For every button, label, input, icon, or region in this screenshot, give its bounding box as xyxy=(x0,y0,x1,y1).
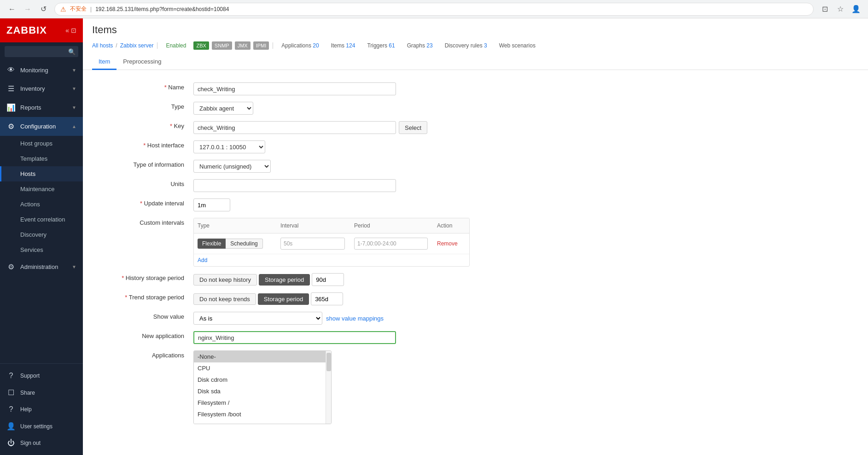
type-of-info-row: Type of information Numeric (unsigned) xyxy=(97,157,854,176)
reports-arrow-icon: ▼ xyxy=(72,105,76,110)
sidebar-item-reports[interactable]: 📊 Reports ▼ xyxy=(0,98,83,117)
zabbix-logo: ZABBIX xyxy=(6,24,47,36)
host-tab-applications[interactable]: Applications 20 xyxy=(277,41,323,51)
type-of-info-select[interactable]: Numeric (unsigned) xyxy=(193,160,271,173)
applications-scrollbar-thumb xyxy=(326,353,331,371)
key-label: Key xyxy=(170,122,184,129)
search-icon: 🔍 xyxy=(68,48,76,55)
expand-icon[interactable]: ⊡ xyxy=(71,27,76,34)
sidebar-item-discovery[interactable]: Discovery xyxy=(0,227,83,242)
sidebar-item-administration[interactable]: ⚙ Administration ▼ xyxy=(0,257,83,276)
sidebar-item-help[interactable]: ? Help xyxy=(0,401,83,418)
bookmark-icon[interactable]: ☆ xyxy=(834,3,847,16)
host-tab-web-scenarios[interactable]: Web scenarios xyxy=(495,41,540,51)
new-application-row: New application xyxy=(97,328,854,347)
url-text: 192.168.25.131/items.php?form=create&hos… xyxy=(95,6,229,12)
sidebar-item-monitoring-label: Monitoring xyxy=(20,67,48,74)
ci-period-input[interactable] xyxy=(354,238,428,250)
do-not-keep-history-button[interactable]: Do not keep history xyxy=(193,274,257,286)
add-link-row: Add xyxy=(194,254,469,266)
remove-link[interactable]: Remove xyxy=(437,240,458,247)
history-period-input[interactable] xyxy=(312,273,344,286)
forward-button[interactable]: → xyxy=(21,3,34,16)
sidebar-item-maintenance[interactable]: Maintenance xyxy=(0,181,83,197)
browser-actions: ⊡ ☆ 👤 xyxy=(818,3,862,16)
host-badge-ipmi[interactable]: IPMI xyxy=(253,41,269,50)
app-list-item-filesystems[interactable]: Filesystems xyxy=(194,420,326,424)
breadcrumb-host[interactable]: Zabbix server xyxy=(120,42,154,49)
sidebar-item-services[interactable]: Services xyxy=(0,242,83,257)
new-application-input[interactable] xyxy=(193,331,396,344)
scheduling-button[interactable]: Scheduling xyxy=(226,239,262,249)
add-link[interactable]: Add xyxy=(194,254,211,266)
reports-icon: 📊 xyxy=(6,103,16,112)
host-tab-triggers[interactable]: Triggers 61 xyxy=(362,41,399,51)
flexible-button[interactable]: Flexible xyxy=(198,239,226,249)
search-input[interactable] xyxy=(5,46,78,57)
applications-scrollbar[interactable] xyxy=(326,351,331,424)
host-interface-select[interactable]: 127.0.0.1 : 10050 xyxy=(193,140,265,153)
show-value-select[interactable]: As is xyxy=(193,312,322,325)
host-badge-jmx[interactable]: JMX xyxy=(235,41,250,50)
sidebar-item-monitoring[interactable]: 👁 Monitoring ▼ xyxy=(0,61,83,79)
app-list-item-filesystem-root[interactable]: Filesystem / xyxy=(194,397,326,408)
type-row: Type Zabbix agent xyxy=(97,99,854,118)
applications-listbox[interactable]: -None- CPU Disk cdrom Disk sda Filesyste… xyxy=(193,350,332,424)
sidebar-item-actions[interactable]: Actions xyxy=(0,197,83,212)
back-button[interactable]: ← xyxy=(6,3,18,16)
sidebar-item-configuration[interactable]: ⚙ Configuration ▲ xyxy=(0,117,83,136)
app-list-item-disk-sda[interactable]: Disk sda xyxy=(194,385,326,397)
trend-storage-period-button[interactable]: Storage period xyxy=(258,293,309,305)
translate-icon[interactable]: ⊡ xyxy=(818,3,831,16)
type-select[interactable]: Zabbix agent xyxy=(193,102,253,115)
show-value-mappings-link[interactable]: show value mappings xyxy=(326,315,384,322)
select-button[interactable]: Select xyxy=(399,121,427,134)
sidebar-item-event-correlation[interactable]: Event correlation xyxy=(0,212,83,227)
host-tab-discovery-rules[interactable]: Discovery rules 3 xyxy=(440,41,492,51)
update-interval-input[interactable] xyxy=(193,198,230,211)
do-not-keep-trends-button[interactable]: Do not keep trends xyxy=(193,293,256,305)
host-badge-zbx[interactable]: ZBX xyxy=(193,41,209,50)
app-list-item-cpu[interactable]: CPU xyxy=(194,362,326,374)
key-input[interactable] xyxy=(193,121,396,134)
profile-icon[interactable]: 👤 xyxy=(850,3,862,16)
sidebar-item-hosts[interactable]: Hosts xyxy=(0,166,83,181)
app-list-item-none[interactable]: -None- xyxy=(194,351,326,362)
update-interval-row: Update interval xyxy=(97,195,854,215)
collapse-icon[interactable]: « xyxy=(65,27,69,34)
type-of-info-label: Type of information xyxy=(133,161,184,168)
trend-period-input[interactable] xyxy=(311,292,343,305)
address-bar[interactable]: ⚠ 不安全 | 192.168.25.131/items.php?form=cr… xyxy=(54,3,814,16)
name-label: Name xyxy=(164,84,184,91)
host-tab-items[interactable]: Items 124 xyxy=(326,41,360,51)
host-tab-graphs[interactable]: Graphs 23 xyxy=(402,41,437,51)
sidebar-item-sign-out[interactable]: ⏻ Sign out xyxy=(0,435,83,451)
host-tab-enabled[interactable]: Enabled xyxy=(161,41,191,51)
host-badge-snmp[interactable]: SNMP xyxy=(212,41,232,50)
sidebar-item-share[interactable]: ☐ Share xyxy=(0,384,83,401)
name-input[interactable] xyxy=(193,82,396,95)
ci-interval-input[interactable] xyxy=(280,238,345,250)
breadcrumb-separator: / xyxy=(116,42,117,49)
sidebar-item-host-groups[interactable]: Host groups xyxy=(0,136,83,151)
sidebar-item-support[interactable]: ? Support xyxy=(0,368,83,384)
user-settings-icon: 👤 xyxy=(6,422,16,431)
help-label: Help xyxy=(20,406,32,413)
history-storage-period-button[interactable]: Storage period xyxy=(259,274,310,286)
app-list-item-disk-cdrom[interactable]: Disk cdrom xyxy=(194,374,326,385)
sidebar-item-inventory[interactable]: ☰ Inventory ▼ xyxy=(0,79,83,98)
app-list-item-filesystem-boot[interactable]: Filesystem /boot xyxy=(194,408,326,420)
sidebar-item-templates[interactable]: Templates xyxy=(0,151,83,166)
sidebar-nav: 👁 Monitoring ▼ ☰ Inventory ▼ 📊 Reports ▼… xyxy=(0,61,83,363)
breadcrumb-all-hosts[interactable]: All hosts xyxy=(92,42,113,49)
item-tabs: Item Preprocessing xyxy=(92,54,859,70)
sign-out-icon: ⏻ xyxy=(6,439,16,447)
reload-button[interactable]: ↺ xyxy=(37,3,50,16)
sidebar-item-user-settings[interactable]: 👤 User settings xyxy=(0,418,83,435)
tab-preprocessing[interactable]: Preprocessing xyxy=(117,54,168,70)
monitoring-icon: 👁 xyxy=(6,66,16,74)
units-input[interactable] xyxy=(193,179,396,192)
sidebar-header: ZABBIX « ⊡ xyxy=(0,18,83,42)
administration-icon: ⚙ xyxy=(6,262,16,271)
tab-item[interactable]: Item xyxy=(92,54,117,70)
